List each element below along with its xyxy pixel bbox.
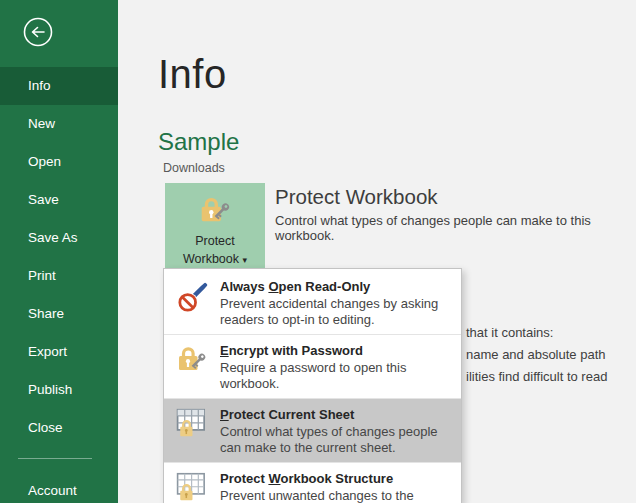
menu-item-title: Protect Current Sheet (220, 406, 453, 423)
sidebar-item-open[interactable]: Open (0, 143, 118, 181)
menu-item-text: Encrypt with Password Require a password… (220, 342, 453, 392)
protect-workbook-dropdown: Always Open Read-Only Prevent accidental… (163, 268, 462, 503)
document-location: Downloads (163, 161, 225, 175)
sidebar-item-close[interactable]: Close (0, 409, 118, 447)
section-title: Protect Workbook (275, 185, 438, 209)
dropdown-caret-icon: ▾ (243, 255, 248, 265)
workbook-lock-icon (176, 470, 210, 503)
protect-button-label: ProtectWorkbook ▾ (183, 232, 247, 269)
page-title: Info (158, 52, 227, 97)
menu-item-description: Require a password to open this workbook… (220, 360, 453, 392)
fragment-line: that it contains: (466, 322, 607, 344)
menu-item-protect-workbook-structure[interactable]: Protect Workbook Structure Prevent unwan… (164, 463, 461, 503)
menu-item-encrypt-with-password[interactable]: Encrypt with Password Require a password… (164, 335, 461, 399)
sidebar-item-info[interactable]: Info (0, 67, 118, 105)
lock-key-icon (176, 342, 210, 392)
menu-item-title: Always Open Read-Only (220, 278, 453, 295)
sidebar-item-save-as[interactable]: Save As (0, 219, 118, 257)
inspect-workbook-text-fragments: that it contains: name and absolute path… (466, 322, 607, 388)
menu-item-protect-current-sheet[interactable]: Protect Current Sheet Control what types… (164, 399, 461, 463)
lock-key-icon (198, 192, 232, 232)
sidebar-item-account[interactable]: Account (0, 472, 146, 503)
sidebar-item-share[interactable]: Share (0, 295, 118, 333)
sidebar-item-new[interactable]: New (0, 105, 118, 143)
sidebar-item-publish[interactable]: Publish (0, 371, 118, 409)
menu-item-text: Protect Current Sheet Control what types… (220, 406, 453, 456)
menu-item-description: Prevent unwanted changes to the structur… (220, 488, 453, 503)
menu-item-always-open-read-only[interactable]: Always Open Read-Only Prevent accidental… (164, 271, 461, 335)
sidebar-item-save[interactable]: Save (0, 181, 118, 219)
menu-item-text: Protect Workbook Structure Prevent unwan… (220, 470, 453, 503)
pen-slash-icon (176, 278, 210, 328)
sidebar-item-export[interactable]: Export (0, 333, 118, 371)
backstage-sidebar: Info New Open Save Save As Print Share E… (0, 0, 118, 503)
menu-item-description: Control what types of changes people can… (220, 424, 453, 456)
sidebar-item-print[interactable]: Print (0, 257, 118, 295)
back-arrow-icon (22, 34, 54, 51)
protect-workbook-button[interactable]: ProtectWorkbook ▾ (165, 183, 265, 268)
document-title: Sample (158, 128, 239, 156)
fragment-line: name and absolute path (466, 344, 607, 366)
sheet-lock-icon (176, 406, 210, 456)
sidebar-divider (18, 458, 92, 459)
menu-item-title: Encrypt with Password (220, 342, 453, 359)
menu-item-description: Prevent accidental changes by asking rea… (220, 296, 453, 328)
menu-item-text: Always Open Read-Only Prevent accidental… (220, 278, 453, 328)
menu-item-title: Protect Workbook Structure (220, 470, 453, 487)
section-description: Control what types of changes people can… (275, 213, 636, 243)
backstage-nav: Info New Open Save Save As Print Share E… (0, 67, 118, 447)
fragment-line: ilities find difficult to read (466, 366, 607, 388)
back-button[interactable] (22, 16, 54, 48)
